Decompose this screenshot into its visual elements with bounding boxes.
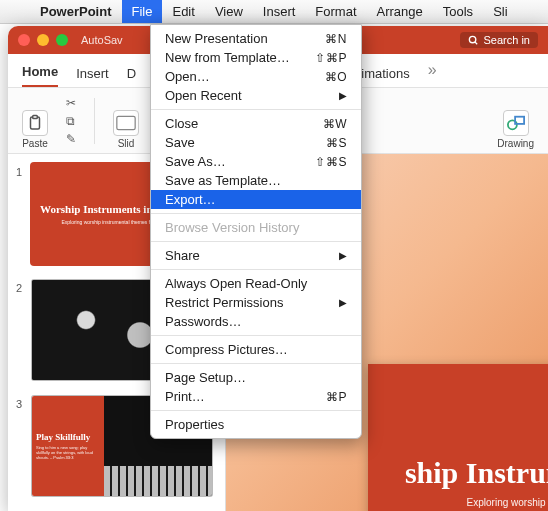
slide-title: ship Instrument Scriptures — [405, 456, 548, 489]
mac-menubar: PowerPoint File Edit View Insert Format … — [0, 0, 548, 24]
shortcut-label: ⌘O — [325, 70, 347, 84]
menu-new-presentation[interactable]: New Presentation⌘N — [151, 29, 361, 48]
menu-arrange[interactable]: Arrange — [367, 0, 433, 23]
menu-open-recent[interactable]: Open Recent▶ — [151, 86, 361, 105]
shapes-icon — [503, 110, 529, 136]
menu-new-from-template[interactable]: New from Template…⇧⌘P — [151, 48, 361, 67]
menu-format[interactable]: Format — [305, 0, 366, 23]
thumb-number: 1 — [16, 164, 26, 178]
thumb3-sub: Sing to him a new song; play skillfully … — [36, 445, 100, 460]
shortcut-label: ⌘W — [323, 117, 347, 131]
menu-save-as-template[interactable]: Save as Template… — [151, 171, 361, 190]
search-icon — [468, 35, 479, 46]
shortcut-label: ⌘S — [326, 136, 347, 150]
menu-separator — [151, 109, 361, 110]
svg-point-0 — [470, 36, 476, 42]
new-slide-label: Slid — [118, 138, 135, 149]
drawing-group[interactable]: Drawing — [497, 92, 534, 149]
file-menu-dropdown: New Presentation⌘N New from Template…⇧⌘P… — [150, 24, 362, 439]
tab-animations-cut[interactable]: nimations — [354, 66, 410, 87]
clipboard-mini: ✂ ⧉ ✎ — [66, 96, 76, 146]
tab-draw-cut[interactable]: D — [127, 66, 136, 87]
menu-browse-version-history[interactable]: Browse Version History — [151, 218, 361, 237]
search-field[interactable]: Search in — [460, 32, 537, 48]
copy-icon[interactable]: ⧉ — [66, 114, 76, 128]
new-slide-icon — [113, 110, 139, 136]
drawing-label: Drawing — [497, 138, 534, 149]
clipboard-icon — [22, 110, 48, 136]
menu-export[interactable]: Export… — [151, 190, 361, 209]
menu-properties[interactable]: Properties — [151, 415, 361, 434]
menu-file[interactable]: File — [122, 0, 163, 23]
menu-separator — [151, 410, 361, 411]
tab-insert[interactable]: Insert — [76, 66, 109, 87]
submenu-arrow-icon: ▶ — [339, 297, 347, 308]
menu-restrict-permissions[interactable]: Restrict Permissions▶ — [151, 293, 361, 312]
menu-open[interactable]: Open…⌘O — [151, 67, 361, 86]
svg-line-1 — [475, 41, 477, 43]
menu-slideshow-cut[interactable]: Sli — [483, 0, 517, 23]
menu-save[interactable]: Save⌘S — [151, 133, 361, 152]
autosave-label: AutoSav — [81, 34, 123, 46]
thumb3-title: Play Skillfully — [36, 432, 100, 442]
menu-print[interactable]: Print…⌘P — [151, 387, 361, 406]
shortcut-label: ⌘P — [326, 390, 347, 404]
menu-save-as[interactable]: Save As…⇧⌘S — [151, 152, 361, 171]
thumb-number: 2 — [16, 280, 26, 294]
shortcut-label: ⇧⌘P — [315, 51, 347, 65]
paste-group[interactable]: Paste — [22, 92, 48, 149]
menu-separator — [151, 241, 361, 242]
menu-always-open-read-only[interactable]: Always Open Read-Only — [151, 274, 361, 293]
paste-label: Paste — [22, 138, 48, 149]
menu-page-setup[interactable]: Page Setup… — [151, 368, 361, 387]
cut-icon[interactable]: ✂ — [66, 96, 76, 110]
menu-insert[interactable]: Insert — [253, 0, 306, 23]
thumb-number: 3 — [16, 396, 26, 410]
slide-canvas[interactable]: ship Instrument Scriptures Exploring wor… — [368, 364, 548, 511]
menu-separator — [151, 269, 361, 270]
svg-rect-3 — [33, 116, 38, 119]
minimize-window-button[interactable] — [37, 34, 49, 46]
menu-tools[interactable]: Tools — [433, 0, 483, 23]
menu-separator — [151, 363, 361, 364]
svg-rect-4 — [117, 116, 135, 129]
menu-edit[interactable]: Edit — [162, 0, 204, 23]
menu-separator — [151, 213, 361, 214]
menu-compress-pictures[interactable]: Compress Pictures… — [151, 340, 361, 359]
ribbon-separator — [94, 98, 95, 144]
format-painter-icon[interactable]: ✎ — [66, 132, 76, 146]
menu-passwords[interactable]: Passwords… — [151, 312, 361, 331]
shortcut-label: ⇧⌘S — [315, 155, 347, 169]
menu-share[interactable]: Share▶ — [151, 246, 361, 265]
submenu-arrow-icon: ▶ — [339, 90, 347, 101]
tabs-overflow[interactable]: » — [428, 61, 437, 87]
app-name[interactable]: PowerPoint — [30, 4, 122, 19]
slide-subtitle: Exploring worship instrumental themes fr… — [467, 497, 548, 508]
close-window-button[interactable] — [18, 34, 30, 46]
menu-close[interactable]: Close⌘W — [151, 114, 361, 133]
search-placeholder: Search in — [483, 34, 529, 46]
menu-separator — [151, 335, 361, 336]
submenu-arrow-icon: ▶ — [339, 250, 347, 261]
zoom-window-button[interactable] — [56, 34, 68, 46]
tab-home[interactable]: Home — [22, 64, 58, 87]
menu-view[interactable]: View — [205, 0, 253, 23]
new-slide-group[interactable]: Slid — [113, 92, 139, 149]
shortcut-label: ⌘N — [325, 32, 347, 46]
